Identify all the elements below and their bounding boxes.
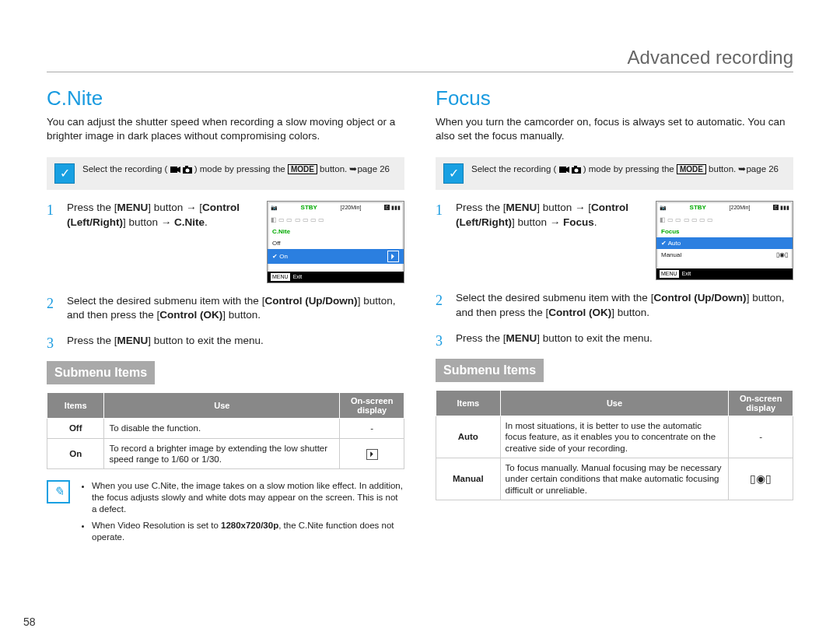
svg-marker-6 [566,167,569,173]
screen-item-manual: Manual ▯◉▯ [656,249,793,261]
step-1: Press the [MENU] button → [Control (Left… [47,201,404,282]
manual-page: Advanced recording C.Nite You can adjust… [0,0,840,642]
prerequisite-box: ✓ Select the recording ( ) mode by press… [436,157,793,190]
screen-menu-title: Focus [656,226,793,237]
table-row: Auto In most situations, it is better to… [436,416,793,458]
intro-text: You can adjust the shutter speed when re… [47,115,404,143]
prerequisite-text: Select the recording ( ) mode by pressin… [471,163,779,175]
page-number: 58 [23,616,36,628]
video-photo-mode-icon [559,166,581,174]
intro-text: When you turn the camcorder on, focus is… [436,115,793,143]
note-item: When you use C.Nite, the image takes on … [92,480,404,515]
prerequisite-text: Select the recording ( ) mode by pressin… [82,163,390,175]
manual-focus-icon: ▯◉▯ [729,458,793,500]
svg-rect-0 [170,167,177,173]
note-box: ✎ When you use C.Nite, the image takes o… [47,480,404,548]
svg-rect-9 [574,166,577,168]
chapter-title: Advanced recording [47,47,793,72]
table-row: Manual To focus manually. Manual focusin… [436,458,793,500]
svg-rect-5 [559,167,566,173]
right-column: Focus When you turn the camcorder on, fo… [436,86,793,548]
screen-item-off: Off [268,237,404,249]
steps-list: Press the [MENU] button → [Control (Left… [436,201,793,346]
check-icon: ✓ [443,163,464,184]
two-column-layout: C.Nite You can adjust the shutter speed … [47,86,793,548]
svg-marker-1 [177,167,180,173]
submenu-heading: Submenu Items [436,359,544,382]
screen-menu-title: C.Nite [268,226,404,237]
cnite-icon: ⏵ [340,438,404,469]
step-2: Select the desired submenu item with the… [47,294,404,324]
check-icon: ✓ [54,163,75,184]
step-1: Press the [MENU] button → [Control (Left… [436,201,793,280]
mode-button-label: MODE [288,164,317,174]
left-column: C.Nite You can adjust the shutter speed … [47,86,404,548]
prerequisite-box: ✓ Select the recording ( ) mode by press… [47,157,404,190]
steps-list: Press the [MENU] button → [Control (Left… [47,201,404,349]
svg-point-8 [574,169,578,173]
submenu-table: Items Use On-screen display Off To disab… [47,392,404,469]
step-3: Press the [MENU] button to exit the menu… [436,332,793,346]
screen-item-on-selected: ✔ On ⏵ [268,249,404,264]
svg-point-3 [185,169,189,173]
step-2: Select the desired submenu item with the… [436,291,793,321]
table-header-row: Items Use On-screen display [436,390,793,416]
screen-preview-focus: 📷 STBY [220Min] 🅲 ▮▮▮ ◧ ▭ ▭ ▭ ▭ ▭ ▭ Focu… [656,201,793,280]
svg-rect-4 [185,166,188,168]
screen-item-auto-selected: ✔ Auto [656,237,793,249]
video-photo-mode-icon [170,166,192,174]
table-header-row: Items Use On-screen display [47,393,404,419]
mode-button-label: MODE [677,164,706,174]
section-title-cnite: C.Nite [47,86,404,111]
note-item: When Video Resolution is set to 1280x720… [92,520,404,543]
screen-icon-row: ◧ ▭ ▭ ▭ ▭ ▭ ▭ [656,214,793,226]
note-icon: ✎ [47,480,70,503]
table-row: On To record a brighter image by extendi… [47,438,404,469]
screen-icon-row: ◧ ▭ ▭ ▭ ▭ ▭ ▭ [268,214,404,226]
section-title-focus: Focus [436,86,793,111]
table-row: Off To disable the function. - [47,419,404,438]
step-3: Press the [MENU] button to exit the menu… [47,334,404,349]
submenu-heading: Submenu Items [47,361,155,384]
submenu-table: Items Use On-screen display Auto In most… [436,390,793,500]
screen-preview-cnite: 📷 STBY [220Min] 🅲 ▮▮▮ ◧ ▭ ▭ ▭ ▭ ▭ ▭ C.Ni… [267,201,404,282]
